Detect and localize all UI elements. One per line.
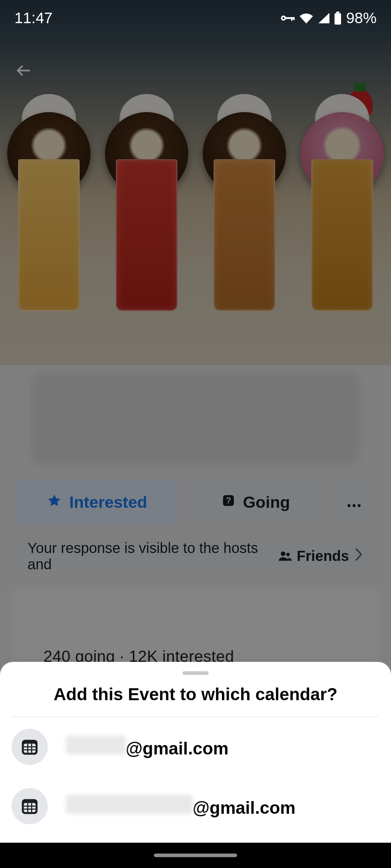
svg-rect-13 — [336, 12, 339, 13]
calendar-icon — [12, 788, 48, 824]
email-suffix: @gmail.com — [126, 739, 228, 758]
calendar-option[interactable]: @gmail.com — [12, 776, 379, 828]
sheet-drag-handle[interactable] — [182, 671, 209, 675]
svg-rect-22 — [24, 803, 36, 812]
status-time: 11:47 — [14, 9, 52, 27]
calendar-picker-sheet: Add this Event to which calendar? @gmail… — [0, 662, 391, 843]
svg-rect-14 — [335, 13, 341, 25]
status-bar: 11:47 98% — [0, 0, 391, 36]
calendar-icon — [12, 729, 48, 765]
email-redacted — [66, 795, 193, 814]
vpn-key-icon — [280, 14, 295, 22]
email-suffix: @gmail.com — [193, 798, 295, 818]
calendar-option[interactable]: @gmail.com — [12, 717, 379, 776]
wifi-icon — [299, 13, 314, 24]
svg-rect-10 — [285, 17, 294, 19]
svg-rect-16 — [24, 744, 36, 753]
svg-rect-12 — [293, 17, 295, 20]
email-redacted — [66, 736, 126, 754]
svg-rect-11 — [291, 17, 293, 21]
svg-point-9 — [282, 17, 284, 19]
cell-signal-icon — [318, 13, 329, 24]
sheet-title: Add this Event to which calendar? — [0, 684, 391, 704]
battery-icon — [334, 12, 342, 25]
battery-percentage: 98% — [346, 9, 377, 27]
